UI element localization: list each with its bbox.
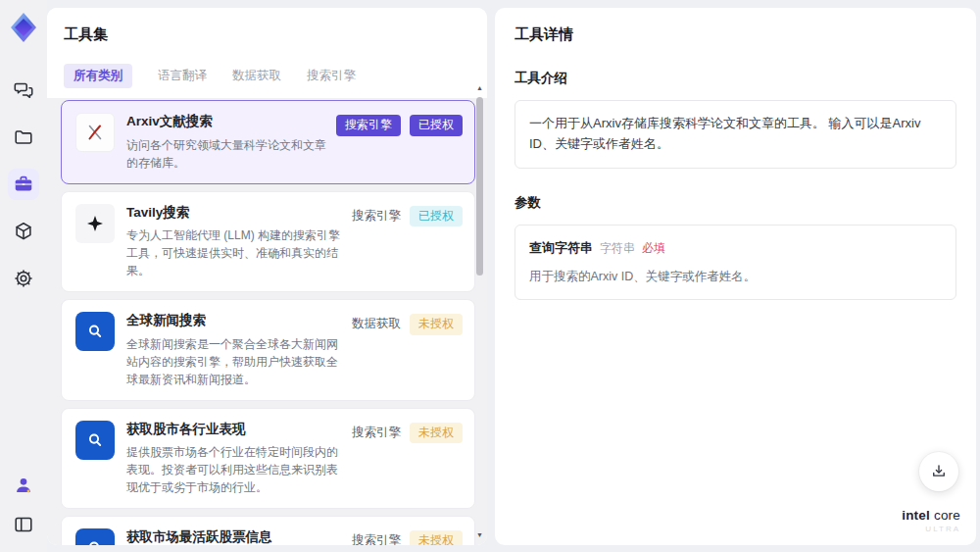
page-title: 工具集	[64, 25, 470, 44]
tool-description: 全球新闻搜索是一个聚合全球各大新闻网站内容的搜索引擎，帮助用户快速获取全球最新资…	[126, 335, 344, 388]
news-search-icon	[75, 421, 115, 460]
category-label: 搜索引擎	[352, 208, 401, 225]
sidebar-item-panel-toggle[interactable]	[8, 509, 39, 540]
panel-toggle-icon	[13, 514, 34, 535]
tool-item-tavily[interactable]: Tavily搜索 专为人工智能代理 (LLM) 构建的搜索引擎工具，可快速提供实…	[61, 191, 475, 293]
intro-box: 一个用于从Arxiv存储库搜索科学论文和文章的工具。 输入可以是Arxiv ID…	[514, 100, 956, 169]
left-nav-rail	[0, 0, 47, 552]
gear-icon	[13, 268, 34, 289]
category-label: 搜索引擎	[352, 532, 401, 545]
param-description: 用于搜索的Arxiv ID、关键字或作者姓名。	[529, 267, 942, 286]
auth-badge: 未授权	[410, 530, 463, 545]
user-icon	[13, 475, 34, 496]
tool-description: 提供股票市场各个行业在特定时间段内的表现。投资者可以利用这些信息来识别表现优于或…	[126, 443, 344, 496]
sidebar-item-models[interactable]	[8, 216, 39, 247]
tool-name: 全球新闻搜索	[126, 312, 344, 329]
scrollbar-down-icon[interactable]: ▼	[475, 531, 484, 539]
scrollbar-thumb[interactable]	[476, 97, 483, 276]
category-tabs: 所有类别 语言翻译 数据获取 搜索引擎	[64, 64, 470, 98]
param-required-badge: 必填	[642, 239, 665, 258]
tool-list: Arxiv文献搜索 访问各个研究领域大量科学论文和文章的存储库。 搜索引擎 已授…	[47, 98, 487, 545]
brand-intel: intel	[902, 508, 930, 523]
tool-name: 获取市场最活跃股票信息	[126, 528, 344, 545]
tab-search-engine[interactable]: 搜索引擎	[307, 68, 356, 84]
tool-description: 访问各个研究领域大量科学论文和文章的存储库。	[126, 136, 328, 172]
sidebar-item-settings[interactable]	[8, 263, 39, 294]
tool-description: 专为人工智能代理 (LLM) 构建的搜索引擎工具，可快速提供实时、准确和真实的结…	[126, 226, 344, 279]
folder-icon	[13, 126, 34, 148]
category-label: 数据获取	[352, 316, 401, 332]
scrollbar-up-icon[interactable]: ▲	[475, 84, 484, 92]
star-icon	[75, 204, 115, 243]
intro-heading: 工具介绍	[514, 70, 956, 87]
app-logo[interactable]	[6, 8, 41, 47]
list-scrollbar: ▲ ▼	[475, 84, 484, 539]
tool-list-panel: 工具集 所有类别 语言翻译 数据获取 搜索引擎 Arxiv文献搜索 访问各个研究…	[47, 8, 487, 545]
tool-item-global-news[interactable]: 全球新闻搜索 全球新闻搜索是一个聚合全球各大新闻网站内容的搜索引擎，帮助用户快速…	[61, 299, 475, 401]
sidebar-item-files[interactable]	[8, 122, 39, 153]
tab-translation[interactable]: 语言翻译	[158, 68, 207, 84]
tool-item-sector-performance[interactable]: 获取股市各行业表现 提供股票市场各个行业在特定时间段内的表现。投资者可以利用这些…	[61, 408, 475, 510]
category-badge: 搜索引擎	[336, 115, 401, 136]
auth-badge: 已授权	[410, 206, 463, 227]
detail-title: 工具详情	[514, 25, 956, 44]
package-icon	[13, 221, 34, 242]
params-heading: 参数	[514, 194, 956, 212]
brand-core: core	[934, 508, 960, 523]
arxiv-logo-icon	[75, 113, 115, 152]
briefcase-icon	[13, 174, 34, 195]
tool-item-arxiv[interactable]: Arxiv文献搜索 访问各个研究领域大量科学论文和文章的存储库。 搜索引擎 已授…	[61, 100, 475, 184]
news-search-icon	[75, 312, 115, 351]
auth-badge: 未授权	[410, 314, 463, 335]
auth-badge: 未授权	[410, 423, 463, 444]
sidebar-item-chat[interactable]	[8, 75, 39, 106]
chat-icon	[13, 79, 34, 101]
tool-detail-panel: 工具详情 工具介绍 一个用于从Arxiv存储库搜索科学论文和文章的工具。 输入可…	[495, 8, 976, 545]
param-name: 查询字符串	[529, 238, 593, 259]
intel-core-logo: intel core ULTRA	[902, 509, 960, 534]
auth-badge: 已授权	[410, 115, 463, 136]
tab-data-fetch[interactable]: 数据获取	[232, 68, 281, 84]
tool-name: Tavily搜索	[126, 204, 344, 222]
sidebar-item-toolbox[interactable]	[8, 169, 39, 200]
gem-logo-icon	[8, 11, 39, 44]
param-type: 字符串	[600, 239, 635, 258]
tool-name: 获取股市各行业表现	[126, 421, 344, 438]
download-button[interactable]	[919, 452, 958, 491]
brand-ultra: ULTRA	[902, 526, 960, 534]
sidebar-item-account[interactable]	[8, 470, 39, 501]
param-box: 查询字符串 字符串 必填 用于搜索的Arxiv ID、关键字或作者姓名。	[514, 225, 956, 301]
tool-name: Arxiv文献搜索	[126, 113, 328, 130]
news-search-icon	[75, 528, 115, 545]
category-label: 搜索引擎	[352, 425, 401, 441]
tool-item-most-active-stocks[interactable]: 获取市场最活跃股票信息 提供当天交易量最高的股票列表。投资者可以利用这些信息来识…	[61, 516, 475, 545]
download-icon	[930, 463, 948, 480]
tab-all-categories[interactable]: 所有类别	[64, 64, 132, 88]
